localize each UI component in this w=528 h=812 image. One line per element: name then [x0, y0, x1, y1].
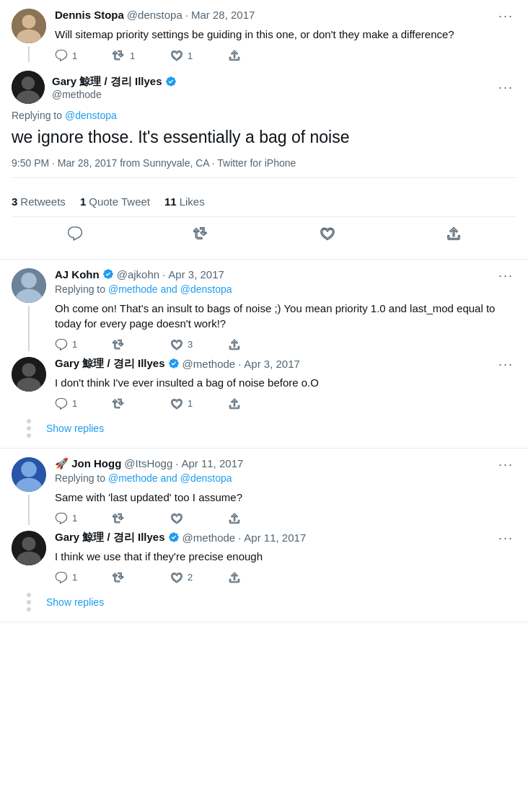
- more-options-jon[interactable]: ···: [496, 457, 516, 472]
- like-count-dennis: 1: [188, 50, 193, 61]
- thread-line-dennis: [28, 46, 30, 62]
- featured-user-gary: Gary 鯨理 / 경리 Illyes @methode: [12, 71, 177, 104]
- tweet-text-dennis: Will sitemap priority settings be guidin…: [55, 27, 516, 42]
- quote-stat[interactable]: 1 Quote Tweet: [80, 195, 150, 208]
- display-name-aj: AJ Kohn: [55, 268, 100, 281]
- like-action-dennis[interactable]: 1: [170, 49, 228, 62]
- reply-count-aj: 1: [72, 339, 77, 350]
- tweet-text-gary-reply1: I don't think I've ever insulted a bag o…: [55, 375, 516, 390]
- date-aj: Apr 3, 2017: [168, 268, 224, 281]
- show-replies-label-2: Show replies: [46, 596, 104, 608]
- display-name-gary-reply2: Gary 鯨理 / 경리 Illyes: [55, 531, 165, 544]
- more-options-dennis[interactable]: ···: [496, 9, 516, 24]
- thread-line-jon: [28, 495, 30, 525]
- display-name-gary-reply1: Gary 鯨理 / 경리 Illyes: [55, 357, 165, 371]
- tweet-actions-jon: 1: [55, 512, 516, 525]
- reply-count-gary-reply2: 1: [72, 572, 77, 583]
- reply-action-featured[interactable]: [61, 220, 89, 247]
- reply-action-gary-reply1[interactable]: 1: [55, 397, 113, 410]
- share-action-dennis[interactable]: [228, 49, 286, 62]
- like-count-featured: 11: [164, 195, 177, 208]
- tweet-header-gary-reply1: Gary 鯨理 / 경리 Illyes @methode · Apr 3, 20…: [55, 357, 516, 372]
- verified-icon-gary-reply2: [168, 531, 180, 543]
- tweet-header-dennis: Dennis Stopa @denstopa · Mar 28, 2017 ··…: [55, 9, 516, 24]
- replying-to-aj: Replying to @methode and @denstopa: [55, 283, 516, 295]
- like-action-gary-reply1[interactable]: 1: [170, 397, 228, 410]
- avatar-dennis: [12, 9, 46, 43]
- like-count-gary-reply2: 2: [188, 572, 193, 583]
- retweet-stat[interactable]: 3 Retweets: [12, 195, 66, 208]
- quote-label: Quote Tweet: [89, 195, 150, 208]
- share-action-jon[interactable]: [228, 512, 286, 525]
- avatar-gary-reply2: [12, 531, 46, 565]
- tweet-actions-gary-reply2: 1 2: [55, 571, 516, 584]
- date-gary-reply1: Apr 3, 2017: [244, 358, 300, 370]
- retweet-action-dennis[interactable]: 1: [113, 49, 170, 62]
- featured-tweet-gary: Gary 鯨理 / 경리 Illyes @methode ··· Replyin…: [0, 62, 528, 260]
- like-action-jon[interactable]: [170, 512, 228, 525]
- tweet-header-aj: AJ Kohn @ajkohn · Apr 3, 2017 ···: [55, 268, 516, 283]
- share-action-featured[interactable]: [440, 220, 467, 247]
- avatar-aj: [12, 268, 46, 303]
- username-gary-reply1: @methode: [182, 358, 236, 370]
- like-count-gary-reply1: 1: [188, 398, 193, 409]
- reply-count-jon: 1: [72, 513, 77, 524]
- display-name-jon: 🚀 Jon Hogg: [55, 457, 121, 470]
- reply-action-dennis[interactable]: 1: [55, 49, 113, 62]
- display-name-dennis: Dennis Stopa: [55, 9, 124, 21]
- svg-point-7: [21, 273, 37, 288]
- reply-count-gary-reply1: 1: [72, 398, 77, 409]
- replying-to-link-jon[interactable]: @methode and @denstopa: [108, 472, 232, 484]
- username-gary-reply2: @methode: [182, 531, 236, 544]
- svg-point-1: [22, 14, 35, 28]
- username-jon: @ItsHogg: [124, 457, 172, 469]
- svg-point-4: [22, 76, 35, 89]
- retweet-action-gary-reply1[interactable]: [113, 397, 170, 410]
- share-action-gary-reply2[interactable]: [228, 571, 286, 584]
- svg-point-13: [21, 462, 37, 477]
- like-action-gary-reply2[interactable]: 2: [170, 571, 228, 584]
- reply-action-aj[interactable]: 1: [55, 338, 113, 351]
- show-replies-button-1[interactable]: Show replies: [46, 423, 104, 434]
- featured-stats: 3 Retweets 1 Quote Tweet 11 Likes: [12, 187, 516, 217]
- retweet-action-jon[interactable]: [113, 512, 170, 525]
- username-dennis: @denstopa: [127, 9, 182, 21]
- thread-dots-2: [12, 591, 46, 613]
- like-action-featured[interactable]: [314, 220, 341, 247]
- more-options-aj[interactable]: ···: [496, 268, 516, 283]
- replying-to-link-aj[interactable]: @methode and @denstopa: [108, 283, 232, 295]
- svg-point-10: [22, 363, 35, 376]
- replying-to-jon: Replying to @methode and @denstopa: [55, 472, 516, 484]
- retweet-action-gary-reply2[interactable]: [113, 571, 170, 584]
- like-count-aj: 3: [188, 339, 193, 350]
- retweet-action-aj[interactable]: [113, 338, 170, 351]
- show-replies-button-2[interactable]: Show replies: [46, 596, 104, 608]
- retweet-count: 3: [12, 195, 17, 208]
- avatar-jon: [12, 457, 46, 492]
- tweet-text-jon: Same with 'last updated' too I assume?: [55, 490, 516, 505]
- show-replies-label-1: Show replies: [46, 423, 104, 434]
- more-options-gary-reply1[interactable]: ···: [496, 357, 516, 372]
- date-jon: Apr 11, 2017: [181, 457, 243, 469]
- tweet-actions-dennis: 1 1 1: [55, 49, 516, 62]
- date-dennis: Mar 28, 2017: [191, 9, 255, 21]
- reply-count-dennis: 1: [72, 50, 77, 61]
- replying-to-link-gary[interactable]: @denstopa: [65, 110, 117, 121]
- verified-icon-gary-reply1: [168, 358, 180, 369]
- featured-tweet-text: we ignore those. It's essentially a bag …: [12, 127, 516, 149]
- reply-action-jon[interactable]: 1: [55, 512, 113, 525]
- tweet-text-gary-reply2: I think we use that if they're precise e…: [55, 549, 516, 564]
- featured-actions: [12, 217, 516, 250]
- share-action-aj[interactable]: [228, 338, 286, 351]
- display-name-gary-featured: Gary 鯨理 / 경리 Illyes: [52, 75, 162, 89]
- share-action-gary-reply1[interactable]: [228, 397, 286, 410]
- like-action-aj[interactable]: 3: [170, 338, 228, 351]
- more-options-gary-reply2[interactable]: ···: [496, 531, 516, 546]
- verified-icon-gary-featured: [165, 76, 177, 87]
- featured-meta: 9:50 PM · Mar 28, 2017 from Sunnyvale, C…: [12, 157, 516, 178]
- more-options-gary-featured[interactable]: ···: [496, 80, 516, 95]
- retweet-action-featured[interactable]: [188, 220, 215, 247]
- reply-action-gary-reply2[interactable]: 1: [55, 571, 113, 584]
- tweet-header-gary-reply2: Gary 鯨理 / 경리 Illyes @methode · Apr 11, 2…: [55, 531, 516, 546]
- like-stat[interactable]: 11 Likes: [164, 195, 205, 208]
